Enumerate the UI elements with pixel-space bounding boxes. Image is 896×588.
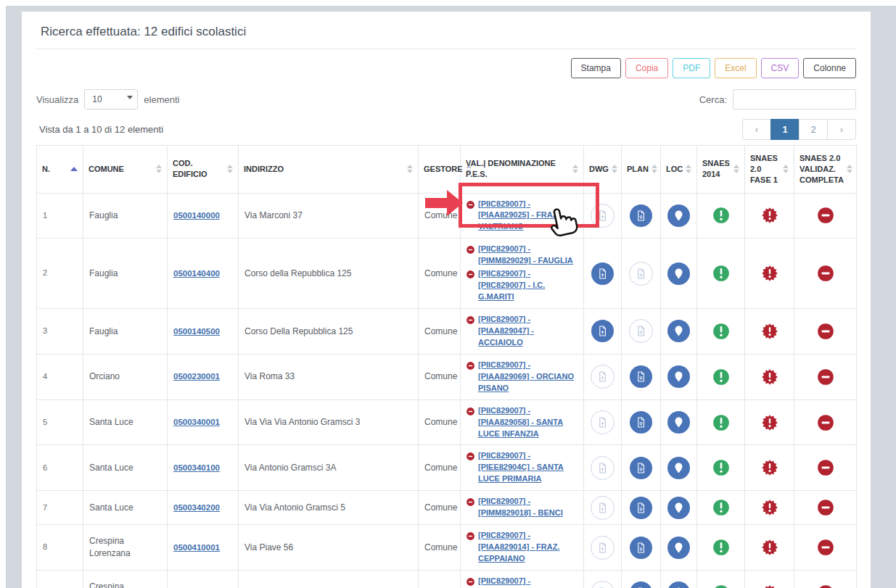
cell-gestore: Comune <box>419 239 461 309</box>
pagination-prev[interactable]: ‹ <box>742 119 771 140</box>
column-header-cod-edificio[interactable]: COD. EDIFICIO <box>168 146 239 194</box>
plan-icon <box>629 262 653 286</box>
column-header-dwg[interactable]: DWG <box>584 146 622 194</box>
pes-link[interactable]: [PIIC829007] - [PIAA829025] - FRAZ. VALT… <box>478 199 578 233</box>
pes-link[interactable]: [PIIC829007] - [PIAA829069] - ORCIANO PI… <box>478 360 578 394</box>
pagination-next[interactable]: › <box>827 119 856 140</box>
sort-icon <box>156 165 162 173</box>
building-code-link[interactable]: 0500340200 <box>173 503 220 512</box>
column-header-denominazione[interactable]: VAL.| DENOMINAZIONE P.E.S. <box>461 146 584 194</box>
pdf-button[interactable]: PDF <box>673 58 710 78</box>
column-header-snaes-validaz[interactable]: SNAES 2.0 VALIDAZ. COMPLETA <box>794 146 857 194</box>
building-code-link[interactable]: 0500340001 <box>173 418 220 426</box>
cell-snaes-fase1 <box>745 309 794 355</box>
pes-entry: [PIIC829007] - [PIMM829018] - BENCI <box>466 496 578 519</box>
cell-n: 7 <box>37 491 83 525</box>
copia-button[interactable]: Copia <box>625 58 668 78</box>
building-code-link[interactable]: 0500140000 <box>173 211 220 220</box>
pes-link[interactable]: [PIIC829007] - [PIAA829058] - SANTA LUCE… <box>478 405 578 440</box>
column-header-n[interactable]: N. <box>37 146 83 194</box>
pes-link[interactable]: [PIIC829007] - [PIAA829047] - ACCIAIOLO <box>478 314 578 349</box>
pagination-page-1[interactable]: 1 <box>770 119 800 140</box>
dwg-icon[interactable] <box>591 262 614 285</box>
column-header-indirizzo[interactable]: INDIRIZZO <box>239 146 419 194</box>
cell-dwg <box>584 239 622 309</box>
cell-indirizzo: Via Marconi 37 <box>239 193 419 239</box>
cell-indirizzo: Via I Chiudendini 3 <box>239 570 419 588</box>
page-title: Ricerca effettuata: 12 edifici scolastic… <box>36 23 856 49</box>
cell-cod-edificio: 0500140000 <box>168 193 239 239</box>
snaes-fase1-icon <box>760 206 779 225</box>
cell-comune: Santa Luce <box>83 491 168 525</box>
loc-icon[interactable] <box>667 497 690 519</box>
sort-icon <box>652 165 657 173</box>
plan-icon[interactable] <box>630 411 652 434</box>
building-code-link[interactable]: 0500140500 <box>173 327 220 336</box>
pes-link[interactable]: [PIIC829007] - [PIAA829014] - FRAZ. CEPP… <box>478 530 578 565</box>
column-header-plan[interactable]: PLAN <box>622 146 661 194</box>
cell-snaes-2014 <box>697 309 745 355</box>
sort-icon <box>407 165 413 173</box>
pes-link[interactable]: [PIIC829007] - [PIMM829018] - BENCI <box>478 496 578 519</box>
cell-snaes-fase1 <box>745 491 794 525</box>
pes-link[interactable]: [PIIC829007] - [PIEE82904C] - SANTA LUCE… <box>478 450 578 485</box>
cell-comune: Santa Luce <box>83 445 168 491</box>
search-input[interactable] <box>733 89 856 109</box>
export-toolbar: Stampa Copia PDF Excel CSV Colonne <box>36 58 856 78</box>
stampa-button[interactable]: Stampa <box>571 58 621 78</box>
building-code-link[interactable]: 0500340100 <box>173 463 220 472</box>
plan-icon[interactable] <box>630 537 652 559</box>
loc-icon[interactable] <box>667 262 690 285</box>
loc-icon[interactable] <box>667 411 690 434</box>
cell-comune: Orciano <box>83 354 168 399</box>
plan-icon[interactable] <box>630 457 652 479</box>
column-header-loc[interactable]: LOC <box>661 146 697 194</box>
pes-link[interactable]: [PIIC829007] - [PIIC829007] - I.C. G.MAR… <box>478 268 578 303</box>
dwg-icon[interactable] <box>591 320 614 342</box>
loc-icon[interactable] <box>667 457 690 479</box>
building-code-link[interactable]: 0500410001 <box>173 543 220 552</box>
cell-snaes-fase1 <box>745 399 794 445</box>
column-header-snaes-2014[interactable]: SNAES 2014 <box>697 146 745 194</box>
cell-indirizzo: Via Antonio Gramsci 3A <box>239 445 419 491</box>
pes-entry: [PIIC829007] - [PIAA829036] - LORENZANA … <box>466 576 578 588</box>
loc-icon[interactable] <box>667 581 690 588</box>
column-header-comune[interactable]: COMUNE <box>83 146 168 194</box>
cell-indirizzo: Via Via Antonio Gramsci 5 <box>239 491 419 525</box>
cell-snaes-2014 <box>697 193 745 239</box>
cell-comune: Santa Luce <box>83 399 168 445</box>
loc-icon[interactable] <box>667 365 690 388</box>
building-code-link[interactable]: 0500230001 <box>173 372 220 381</box>
cell-snaes-fase1 <box>745 525 794 571</box>
elementi-label: elementi <box>144 94 179 105</box>
building-code-link[interactable]: 0500140400 <box>173 269 220 278</box>
plan-icon[interactable] <box>630 581 652 588</box>
column-header-gestore[interactable]: GESTORE <box>419 146 461 194</box>
cell-snaes-validaz <box>794 445 857 491</box>
cell-snaes-validaz <box>794 239 857 309</box>
cell-cod-edificio: 0500340200 <box>168 491 239 525</box>
plan-icon[interactable] <box>630 497 652 519</box>
pagination-page-2[interactable]: 2 <box>799 119 828 140</box>
excel-button[interactable]: Excel <box>715 58 756 78</box>
cell-dwg <box>584 525 622 571</box>
pes-link[interactable]: [PIIC829007] - [PIAA829036] - LORENZANA … <box>478 576 578 588</box>
plan-icon[interactable] <box>630 204 652 227</box>
loc-icon[interactable] <box>667 537 690 559</box>
cell-plan <box>622 354 661 399</box>
dwg-icon <box>591 496 615 520</box>
loc-icon[interactable] <box>667 204 690 227</box>
column-header-snaes-fase1[interactable]: SNAES 2.0 FASE 1 <box>745 146 794 194</box>
loc-icon[interactable] <box>667 320 690 342</box>
pes-link[interactable]: [PIIC829007] - [PIMM829029] - FAUGLIA <box>478 244 578 267</box>
table-row: 8Crespina Lorenzana0500410001Via Piave 5… <box>37 525 857 571</box>
csv-button[interactable]: CSV <box>761 58 800 78</box>
cell-snaes-validaz <box>794 309 857 355</box>
plan-icon[interactable] <box>630 365 652 388</box>
colonne-button[interactable]: Colonne <box>803 58 856 78</box>
page-size-select[interactable]: 10 <box>84 89 138 109</box>
snaes-fase1-icon <box>760 498 779 517</box>
cell-n: 9 <box>37 570 83 588</box>
snaes-2014-icon <box>712 584 731 588</box>
pes-entry: [PIIC829007] - [PIAA829025] - FRAZ. VALT… <box>466 199 578 233</box>
